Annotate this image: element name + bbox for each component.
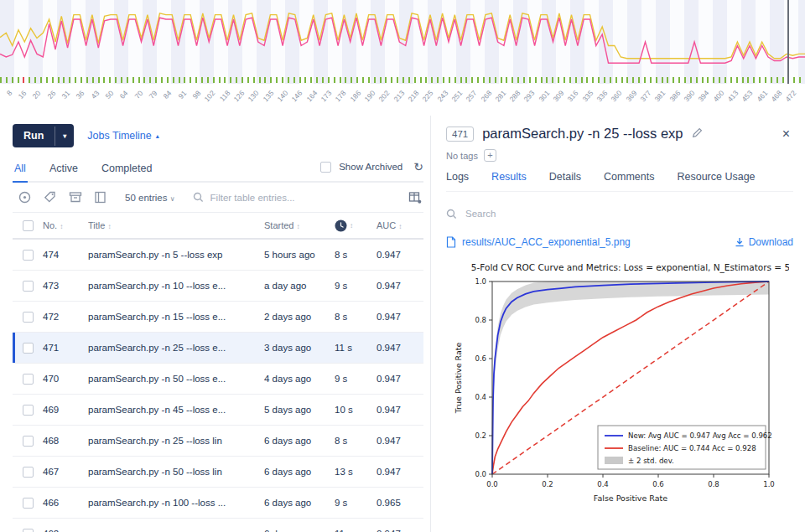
table-row[interactable]: 469 paramSearch.py -n 45 --loss e... 5 d… (13, 395, 423, 426)
job-event-tick (483, 77, 485, 83)
row-checkbox[interactable] (23, 374, 34, 385)
table-row[interactable]: 470 paramSearch.py -n 50 --loss e... 4 d… (13, 364, 423, 395)
clock-icon (335, 220, 347, 232)
row-title: paramSearch.py -n 25 --loss lin (88, 436, 264, 446)
svg-text:True Positive Rate: True Positive Rate (454, 343, 463, 415)
add-tag-button[interactable]: + (484, 149, 496, 162)
row-duration: 11 s (335, 529, 377, 532)
job-event-tick (449, 77, 450, 83)
detail-header: 471 paramSearch.py -n 25 --loss exp × (446, 126, 793, 142)
tab-resource-usage[interactable]: Resource Usage (677, 171, 755, 183)
job-event-tick (575, 77, 577, 83)
table-row[interactable]: 467 paramSearch.py -n 50 --loss lin 6 da… (13, 457, 423, 488)
row-no: 473 (43, 281, 88, 291)
column-header-started[interactable]: Started↕ (264, 220, 335, 230)
row-checkbox[interactable] (23, 250, 34, 261)
job-event-tick (592, 77, 594, 83)
job-event-tick (656, 77, 657, 83)
jobs-timeline-chart[interactable]: 8162026313643506470798491981021181261301… (0, 0, 805, 116)
row-auc: 0.965 (377, 498, 423, 508)
job-event-tick (276, 77, 278, 83)
timeline-x-label: 50 (104, 89, 116, 101)
filter-table-input[interactable] (209, 192, 397, 204)
svg-text:New: Avg AUC = 0.947 Avg Acc =: New: Avg AUC = 0.947 Avg Acc = 0.962 (628, 431, 772, 440)
timeline-x-label: 468 (770, 89, 784, 103)
job-event-tick (615, 77, 617, 83)
job-event-tick (328, 77, 330, 83)
row-checkbox[interactable] (23, 312, 34, 323)
row-checkbox[interactable] (23, 467, 34, 478)
job-event-tick (115, 77, 117, 83)
job-event-tick (512, 77, 513, 83)
tab-all[interactable]: All (13, 156, 28, 181)
timeline-x-label: 288 (508, 89, 522, 103)
entries-per-page-dropdown[interactable]: 50 entries ∨ (125, 193, 175, 203)
timeline-x-label: 126 (231, 89, 246, 103)
result-file-link[interactable]: results/AUC_ACC_exponential_5.png (462, 236, 631, 248)
job-event-tick (340, 77, 341, 83)
chevron-down-icon: ∨ (170, 195, 175, 203)
job-event-tick (184, 77, 185, 83)
refresh-icon[interactable]: ↻ (413, 160, 423, 173)
show-archived-checkbox[interactable] (320, 162, 331, 173)
row-checkbox[interactable] (23, 405, 34, 416)
row-checkbox[interactable] (23, 436, 34, 447)
job-event-tick (138, 77, 140, 83)
column-settings-icon[interactable] (408, 190, 422, 204)
table-row[interactable]: 468 paramSearch.py -n 25 --loss lin 6 da… (13, 426, 423, 457)
job-event-tick (771, 77, 772, 83)
timeline-plot-area[interactable] (0, 0, 805, 84)
column-header-title[interactable]: Title↕ (88, 220, 264, 230)
result-image: 0.00.20.40.60.81.00.00.20.40.60.81.05-Fo… (446, 260, 793, 519)
jobs-filter-tabs: AllActiveCompleted Show Archived ↻ (13, 156, 423, 183)
tab-logs[interactable]: Logs (446, 171, 469, 183)
tab-comments[interactable]: Comments (604, 171, 654, 183)
row-checkbox[interactable] (23, 343, 34, 354)
job-event-tick (397, 77, 398, 83)
select-all-checkbox[interactable] (23, 220, 34, 231)
row-checkbox[interactable] (23, 529, 34, 532)
table-row[interactable]: 462 -- 6 days ago 11 s 0.947 (13, 519, 423, 532)
timeline-x-label: 377 (639, 89, 653, 103)
row-checkbox[interactable] (23, 281, 34, 292)
row-started: 4 days ago (264, 374, 335, 384)
column-header-auc[interactable]: AUC↕ (377, 220, 423, 230)
tab-completed[interactable]: Completed (100, 156, 153, 181)
close-panel-icon[interactable]: × (779, 127, 793, 142)
row-duration: 8 s (335, 250, 377, 260)
archive-icon[interactable] (68, 190, 82, 204)
notebook-icon[interactable] (93, 190, 107, 204)
table-row[interactable]: 471 paramSearch.py -n 25 --loss e... 3 d… (13, 333, 423, 364)
svg-text:1.0: 1.0 (475, 277, 486, 286)
job-event-tick (351, 77, 352, 83)
job-event-tick (219, 77, 221, 83)
run-button[interactable]: Run ▾ (13, 124, 74, 147)
download-button[interactable]: Download (735, 236, 793, 248)
jobs-timeline-toggle[interactable]: Jobs Timeline ▴ (87, 130, 158, 142)
column-header-no[interactable]: No.↕ (43, 220, 88, 230)
timeline-x-label: 8 (5, 89, 14, 97)
svg-text:1.0: 1.0 (763, 480, 775, 488)
run-button-label[interactable]: Run (13, 124, 55, 147)
table-row[interactable]: 474 paramSearch.py -n 5 --loss exp 5 hou… (13, 240, 423, 271)
run-dropdown-caret-icon[interactable]: ▾ (55, 127, 74, 146)
row-auc: 0.947 (377, 312, 423, 322)
table-row[interactable]: 473 paramSearch.py -n 10 --loss e... a d… (13, 271, 423, 302)
tab-active[interactable]: Active (48, 156, 80, 181)
svg-text:5-Fold CV ROC Curve and Metric: 5-Fold CV ROC Curve and Metrics: Loss = … (471, 262, 789, 273)
column-header-duration[interactable]: ↕ (335, 220, 377, 232)
row-checkbox[interactable] (23, 498, 34, 509)
tag-icon[interactable] (43, 190, 57, 204)
sort-icon: ↕ (350, 222, 353, 230)
timeline-x-label: 118 (218, 89, 232, 103)
table-row[interactable]: 466 paramSearch.py -n 100 --loss ... 6 d… (13, 488, 423, 519)
timeline-cursor[interactable] (787, 0, 789, 84)
download-label: Download (749, 236, 793, 248)
tab-details[interactable]: Details (549, 171, 581, 183)
timeline-x-label: 36 (75, 89, 86, 101)
status-circle-icon[interactable] (18, 190, 32, 204)
edit-title-icon[interactable] (692, 127, 703, 142)
tab-results[interactable]: Results (491, 171, 527, 183)
results-search-input[interactable] (464, 208, 793, 220)
table-row[interactable]: 472 paramSearch.py -n 15 --loss e... 2 d… (13, 302, 423, 333)
